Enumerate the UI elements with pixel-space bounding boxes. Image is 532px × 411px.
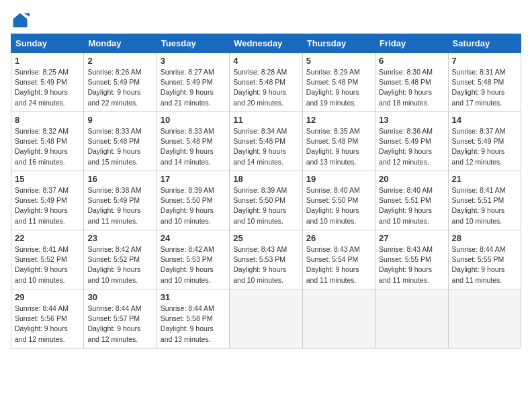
col-header-saturday: Saturday (448, 34, 521, 53)
calendar-cell: 5Sunrise: 8:29 AMSunset: 5:48 PMDaylight… (302, 53, 375, 112)
calendar-cell: 16Sunrise: 8:38 AMSunset: 5:49 PMDayligh… (84, 171, 157, 230)
day-number: 24 (161, 233, 226, 243)
day-info: Sunrise: 8:42 AMSunset: 5:52 PMDaylight:… (87, 244, 152, 285)
calendar-cell (375, 289, 448, 349)
calendar-cell: 31Sunrise: 8:44 AMSunset: 5:58 PMDayligh… (157, 289, 229, 349)
day-number: 26 (306, 233, 371, 243)
calendar-cell: 14Sunrise: 8:37 AMSunset: 5:49 PMDayligh… (448, 112, 521, 171)
day-info: Sunrise: 8:39 AMSunset: 5:50 PMDaylight:… (233, 185, 298, 226)
calendar-cell: 26Sunrise: 8:43 AMSunset: 5:54 PMDayligh… (302, 230, 375, 289)
day-info: Sunrise: 8:40 AMSunset: 5:50 PMDaylight:… (306, 185, 371, 226)
day-number: 1 (15, 56, 80, 66)
calendar-cell (302, 289, 375, 349)
day-info: Sunrise: 8:32 AMSunset: 5:48 PMDaylight:… (15, 126, 80, 167)
calendar-cell: 4Sunrise: 8:28 AMSunset: 5:48 PMDaylight… (230, 53, 302, 112)
day-info: Sunrise: 8:36 AMSunset: 5:49 PMDaylight:… (379, 126, 444, 167)
day-info: Sunrise: 8:41 AMSunset: 5:52 PMDaylight:… (15, 244, 80, 285)
day-info: Sunrise: 8:40 AMSunset: 5:51 PMDaylight:… (379, 185, 444, 226)
logo-icon (11, 11, 30, 30)
col-header-tuesday: Tuesday (157, 34, 229, 53)
day-number: 5 (306, 56, 371, 66)
day-info: Sunrise: 8:37 AMSunset: 5:49 PMDaylight:… (15, 185, 80, 226)
calendar-cell: 22Sunrise: 8:41 AMSunset: 5:52 PMDayligh… (11, 230, 84, 289)
day-number: 6 (379, 56, 444, 66)
day-info: Sunrise: 8:35 AMSunset: 5:48 PMDaylight:… (306, 126, 371, 167)
calendar-cell: 7Sunrise: 8:31 AMSunset: 5:48 PMDaylight… (448, 53, 521, 112)
day-number: 17 (161, 174, 226, 184)
col-header-thursday: Thursday (302, 34, 375, 53)
day-number: 28 (452, 233, 517, 243)
calendar-cell: 6Sunrise: 8:30 AMSunset: 5:48 PMDaylight… (375, 53, 448, 112)
day-number: 20 (379, 174, 444, 184)
day-number: 14 (452, 115, 517, 125)
day-number: 13 (379, 115, 444, 125)
day-info: Sunrise: 8:26 AMSunset: 5:49 PMDaylight:… (87, 67, 152, 108)
day-info: Sunrise: 8:25 AMSunset: 5:49 PMDaylight:… (15, 67, 80, 108)
calendar-header-row: SundayMondayTuesdayWednesdayThursdayFrid… (11, 34, 521, 53)
day-info: Sunrise: 8:34 AMSunset: 5:48 PMDaylight:… (233, 126, 298, 167)
day-number: 8 (15, 115, 80, 125)
calendar-cell: 10Sunrise: 8:33 AMSunset: 5:48 PMDayligh… (157, 112, 229, 171)
day-number: 29 (15, 292, 80, 302)
day-number: 7 (452, 56, 517, 66)
day-info: Sunrise: 8:33 AMSunset: 5:48 PMDaylight:… (87, 126, 152, 167)
day-info: Sunrise: 8:43 AMSunset: 5:53 PMDaylight:… (233, 244, 298, 285)
calendar-cell: 30Sunrise: 8:44 AMSunset: 5:57 PMDayligh… (84, 289, 157, 349)
day-info: Sunrise: 8:43 AMSunset: 5:54 PMDaylight:… (306, 244, 371, 285)
calendar-cell: 19Sunrise: 8:40 AMSunset: 5:50 PMDayligh… (302, 171, 375, 230)
calendar-cell: 29Sunrise: 8:44 AMSunset: 5:56 PMDayligh… (11, 289, 84, 349)
day-number: 30 (87, 292, 152, 302)
calendar-cell: 23Sunrise: 8:42 AMSunset: 5:52 PMDayligh… (84, 230, 157, 289)
calendar-cell: 24Sunrise: 8:42 AMSunset: 5:53 PMDayligh… (157, 230, 229, 289)
calendar-cell: 8Sunrise: 8:32 AMSunset: 5:48 PMDaylight… (11, 112, 84, 171)
week-row-2: 8Sunrise: 8:32 AMSunset: 5:48 PMDaylight… (11, 112, 521, 171)
day-number: 16 (87, 174, 152, 184)
day-info: Sunrise: 8:29 AMSunset: 5:48 PMDaylight:… (306, 67, 371, 108)
week-row-1: 1Sunrise: 8:25 AMSunset: 5:49 PMDaylight… (11, 53, 521, 112)
calendar-cell (230, 289, 302, 349)
day-number: 25 (233, 233, 298, 243)
col-header-friday: Friday (375, 34, 448, 53)
day-number: 3 (161, 56, 226, 66)
calendar-cell: 21Sunrise: 8:41 AMSunset: 5:51 PMDayligh… (448, 171, 521, 230)
calendar-cell: 11Sunrise: 8:34 AMSunset: 5:48 PMDayligh… (230, 112, 302, 171)
day-info: Sunrise: 8:30 AMSunset: 5:48 PMDaylight:… (379, 67, 444, 108)
day-info: Sunrise: 8:28 AMSunset: 5:48 PMDaylight:… (233, 67, 298, 108)
svg-marker-1 (24, 13, 30, 17)
page-header (11, 11, 521, 30)
day-info: Sunrise: 8:38 AMSunset: 5:49 PMDaylight:… (87, 185, 152, 226)
calendar-cell: 18Sunrise: 8:39 AMSunset: 5:50 PMDayligh… (230, 171, 302, 230)
day-number: 18 (233, 174, 298, 184)
week-row-3: 15Sunrise: 8:37 AMSunset: 5:49 PMDayligh… (11, 171, 521, 230)
day-number: 19 (306, 174, 371, 184)
calendar-cell: 1Sunrise: 8:25 AMSunset: 5:49 PMDaylight… (11, 53, 84, 112)
calendar-cell: 13Sunrise: 8:36 AMSunset: 5:49 PMDayligh… (375, 112, 448, 171)
day-info: Sunrise: 8:44 AMSunset: 5:58 PMDaylight:… (161, 304, 226, 345)
day-number: 22 (15, 233, 80, 243)
calendar-table: SundayMondayTuesdayWednesdayThursdayFrid… (11, 34, 521, 349)
calendar-cell: 20Sunrise: 8:40 AMSunset: 5:51 PMDayligh… (375, 171, 448, 230)
day-number: 21 (452, 174, 517, 184)
day-number: 11 (233, 115, 298, 125)
day-info: Sunrise: 8:37 AMSunset: 5:49 PMDaylight:… (452, 126, 517, 167)
day-info: Sunrise: 8:41 AMSunset: 5:51 PMDaylight:… (452, 185, 517, 226)
week-row-5: 29Sunrise: 8:44 AMSunset: 5:56 PMDayligh… (11, 289, 521, 349)
calendar-cell: 27Sunrise: 8:43 AMSunset: 5:55 PMDayligh… (375, 230, 448, 289)
calendar-cell: 28Sunrise: 8:44 AMSunset: 5:55 PMDayligh… (448, 230, 521, 289)
calendar-cell: 2Sunrise: 8:26 AMSunset: 5:49 PMDaylight… (84, 53, 157, 112)
day-number: 23 (87, 233, 152, 243)
col-header-sunday: Sunday (11, 34, 84, 53)
day-info: Sunrise: 8:43 AMSunset: 5:55 PMDaylight:… (379, 244, 444, 285)
day-number: 31 (161, 292, 226, 302)
day-info: Sunrise: 8:27 AMSunset: 5:49 PMDaylight:… (161, 67, 226, 108)
calendar-cell (448, 289, 521, 349)
day-info: Sunrise: 8:33 AMSunset: 5:48 PMDaylight:… (161, 126, 226, 167)
day-number: 27 (379, 233, 444, 243)
day-number: 2 (87, 56, 152, 66)
calendar-cell: 17Sunrise: 8:39 AMSunset: 5:50 PMDayligh… (157, 171, 229, 230)
day-number: 15 (15, 174, 80, 184)
day-info: Sunrise: 8:44 AMSunset: 5:55 PMDaylight:… (452, 244, 517, 285)
day-info: Sunrise: 8:39 AMSunset: 5:50 PMDaylight:… (161, 185, 226, 226)
calendar-cell: 15Sunrise: 8:37 AMSunset: 5:49 PMDayligh… (11, 171, 84, 230)
calendar-cell: 25Sunrise: 8:43 AMSunset: 5:53 PMDayligh… (230, 230, 302, 289)
